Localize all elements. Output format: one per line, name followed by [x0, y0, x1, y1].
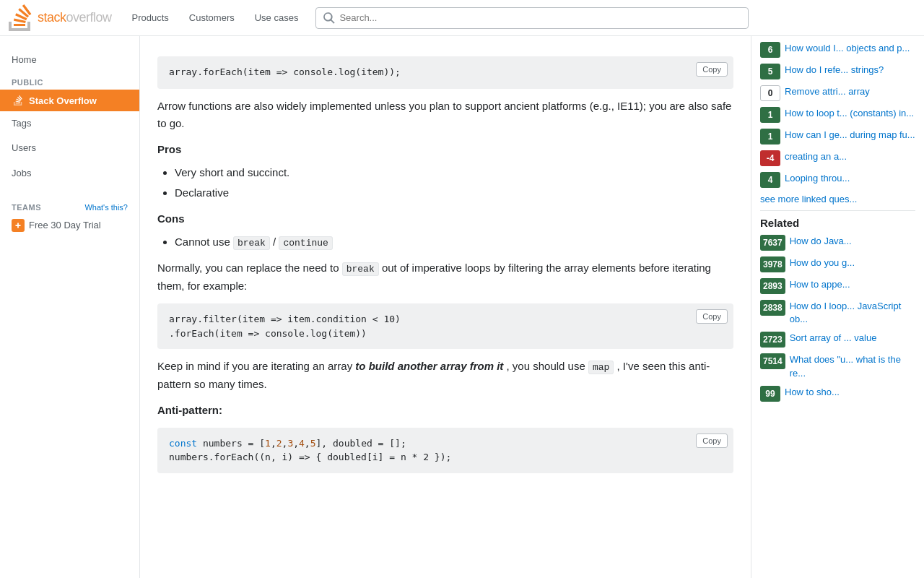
logo[interactable]: stackoverflow — [9, 4, 112, 31]
related-item-2: 2893 How to appe... — [760, 278, 915, 294]
free-trial-icon — [12, 219, 25, 232]
nav-use-cases[interactable]: Use cases — [246, 7, 308, 29]
pros-list: Very short and succinct. Declarative — [157, 164, 733, 202]
related-badge-0: 7637 — [760, 235, 785, 251]
cons-break-code: break — [233, 236, 270, 250]
sidebar-home[interactable]: Home — [0, 48, 139, 72]
related-badge-3: 2838 — [760, 300, 785, 316]
cons-text: Cannot use — [175, 236, 230, 248]
pros-item-1: Very short and succinct. — [175, 164, 733, 181]
linked-link-1[interactable]: How do I refe... strings? — [785, 64, 884, 77]
code-2-line-1: array.filter(item => item.condition < 10… — [169, 312, 722, 327]
linked-questions-list: 6 How would I... objects and p... 5 How … — [760, 42, 915, 188]
whats-this-link[interactable]: What's this? — [84, 203, 128, 212]
related-item-6: 99 How to sho... — [760, 386, 915, 402]
linked-item-2: 0 Remove attri... array — [760, 85, 915, 101]
pros-item-2: Declarative — [175, 184, 733, 202]
related-badge-5: 7514 — [760, 353, 785, 369]
related-item-3: 2838 How do I loop... JavaScript ob... — [760, 300, 915, 326]
search-bar — [315, 7, 749, 29]
code-3-content: const numbers = [1,2,3,4,5], doubled = [… — [169, 436, 722, 465]
copy-button-2[interactable]: Copy — [696, 309, 728, 324]
linked-link-5[interactable]: creating an a... — [785, 150, 847, 163]
sidebar-users[interactable]: Users — [0, 136, 139, 160]
linked-link-4[interactable]: How can I ge... during map fu... — [785, 129, 915, 142]
prose2-before: Normally, you can replace the need to — [157, 262, 339, 274]
prose-paragraph-1: Arrow functions are also widely implemen… — [157, 98, 733, 132]
related-badge-2: 2893 — [760, 278, 785, 294]
sidebar-stackoverflow-label: Stack Overflow — [29, 95, 97, 106]
prose-paragraph-3: Keep in mind if you are iterating an arr… — [157, 358, 733, 393]
nav-customers[interactable]: Customers — [180, 7, 243, 29]
sidebar-free-trial[interactable]: Free 30 Day Trial — [0, 215, 139, 236]
antipattern-heading: Anti-pattern: — [157, 402, 733, 419]
related-item-4: 2723 Sort array of ... value — [760, 332, 915, 348]
linked-item-6: 4 Looping throu... — [760, 172, 915, 188]
vote-badge-2: 0 — [760, 85, 780, 101]
linked-item-5: -4 creating an a... — [760, 150, 915, 166]
cons-list: Cannot use break / continue — [157, 233, 733, 251]
related-item-1: 3978 How do you g... — [760, 256, 915, 272]
prose3-mid: , you should use — [507, 360, 585, 372]
stackoverflow-logo-icon — [9, 4, 32, 31]
related-link-3[interactable]: How do I loop... JavaScript ob... — [790, 300, 915, 326]
logo-text: stackoverflow — [38, 10, 112, 25]
code-block-3: Copy const numbers = [1,2,3,4,5], double… — [157, 428, 733, 473]
vote-badge-6: 4 — [760, 172, 780, 188]
page-layout: Home PUBLIC Stack Overflow Tags Users Jo… — [0, 36, 924, 578]
teams-section-header: TEAMS What's this? — [0, 197, 139, 215]
linked-item-0: 6 How would I... objects and p... — [760, 42, 915, 58]
vote-badge-4: 1 — [760, 129, 780, 144]
linked-link-0[interactable]: How would I... objects and p... — [785, 42, 910, 55]
pros-heading: Pros — [157, 141, 733, 158]
code-3-numbers-var: numbers = [ — [203, 438, 265, 449]
related-badge-4: 2723 — [760, 332, 785, 348]
related-link-5[interactable]: What does "u... what is the re... — [790, 353, 915, 379]
code-2-line-2: .forEach(item => console.log(item)) — [169, 327, 722, 341]
sidebar-jobs[interactable]: Jobs — [0, 161, 139, 186]
code-3-line-1: const numbers = [1,2,3,4,5], doubled = [… — [169, 436, 722, 451]
related-link-4[interactable]: Sort array of ... value — [790, 332, 877, 345]
code-3-const-kw: const — [169, 438, 197, 449]
related-link-6[interactable]: How to sho... — [785, 386, 840, 399]
code-1-content: array.forEach(item => console.log(item))… — [169, 66, 401, 77]
code-2-content: array.filter(item => item.condition < 10… — [169, 312, 722, 340]
related-badge-1: 3978 — [760, 256, 785, 272]
related-section-title: Related — [760, 210, 915, 229]
sidebar-item-stackoverflow[interactable]: Stack Overflow — [0, 90, 139, 111]
linked-link-2[interactable]: Remove attri... array — [785, 85, 870, 98]
related-item-5: 7514 What does "u... what is the re... — [760, 353, 915, 379]
sidebar-tags[interactable]: Tags — [0, 111, 139, 136]
code-block-1: Copy array.forEach(item => console.log(i… — [157, 56, 733, 89]
related-item-0: 7637 How do Java... — [760, 235, 915, 251]
cons-continue-code: continue — [279, 236, 332, 250]
linked-item-3: 1 How to loop t... (constants) in... — [760, 107, 915, 123]
copy-button-3[interactable]: Copy — [696, 434, 728, 448]
linked-link-6[interactable]: Looping throu... — [785, 172, 850, 185]
code-3-line-2: numbers.forEach((n, i) => { doubled[i] =… — [169, 450, 722, 465]
linked-link-3[interactable]: How to loop t... (constants) in... — [785, 107, 914, 120]
see-more-linked[interactable]: see more linked ques... — [760, 194, 915, 204]
related-link-2[interactable]: How to appe... — [790, 278, 850, 291]
related-link-1[interactable]: How do you g... — [790, 256, 855, 269]
answer-body: Copy array.forEach(item => console.log(i… — [157, 56, 733, 473]
main-content: Copy array.forEach(item => console.log(i… — [140, 36, 751, 578]
vote-badge-0: 6 — [760, 42, 780, 58]
stackoverflow-sidebar-icon — [12, 94, 25, 107]
nav-products[interactable]: Products — [123, 7, 178, 29]
main-nav: Products Customers Use cases — [123, 7, 308, 29]
linked-item-4: 1 How can I ge... during map fu... — [760, 129, 915, 144]
copy-button-1[interactable]: Copy — [696, 62, 728, 77]
search-input[interactable] — [339, 12, 741, 23]
code-block-2: Copy array.filter(item => item.condition… — [157, 303, 733, 349]
prose3-before: Keep in mind if you are iterating an arr… — [157, 360, 352, 372]
prose-paragraph-2: Normally, you can replace the need to br… — [157, 259, 733, 295]
related-link-0[interactable]: How do Java... — [790, 235, 852, 248]
sidebar: Home PUBLIC Stack Overflow Tags Users Jo… — [0, 36, 140, 578]
right-sidebar: 6 How would I... objects and p... 5 How … — [751, 36, 924, 578]
related-badge-6: 99 — [760, 386, 780, 402]
cons-heading: Cons — [157, 210, 733, 228]
cons-item-1: Cannot use break / continue — [175, 233, 733, 251]
teams-label: TEAMS — [12, 203, 41, 212]
prose3-italic: to build another array from it — [355, 360, 503, 372]
